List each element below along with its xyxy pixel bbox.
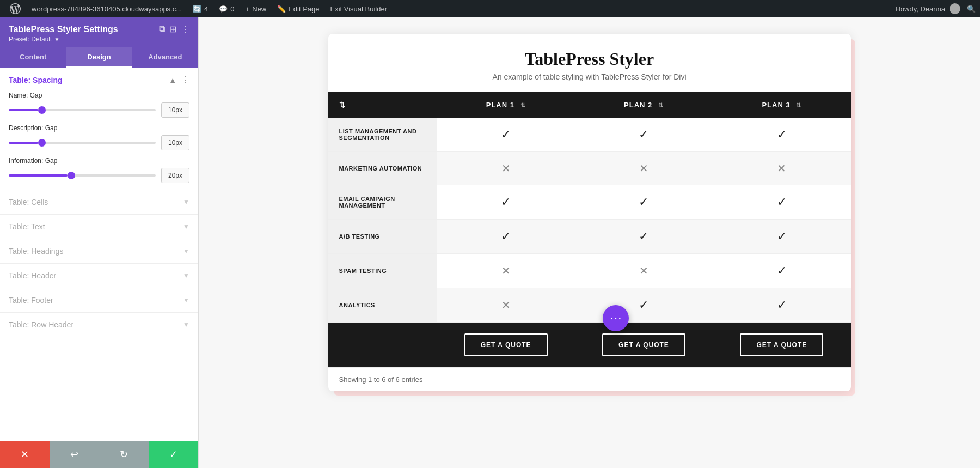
cross-icon: ✕ xyxy=(501,265,511,277)
cancel-button[interactable]: ✕ xyxy=(0,441,50,468)
section-row-header[interactable]: Table: Row Header ▼ xyxy=(0,313,198,337)
section-spacing: Table: Spacing ▲ ⋮ Name: Gap xyxy=(0,68,198,190)
cell-4-plan1: ✕ xyxy=(437,254,575,288)
section-footer-chevron: ▼ xyxy=(183,296,189,304)
tab-advanced[interactable]: Advanced xyxy=(132,47,198,68)
section-text[interactable]: Table: Text ▼ xyxy=(0,215,198,239)
name-gap-value: 10px xyxy=(161,102,189,118)
preview-area: TablePress Styler An example of table st… xyxy=(199,17,980,468)
footer-empty xyxy=(328,323,437,368)
sidebar-menu-icon[interactable]: ⋮ xyxy=(181,24,189,34)
fab-button[interactable]: ⋯ xyxy=(603,305,629,331)
table-footer-row: GET A QUOTE GET A QUOTE GET A QUOTE xyxy=(328,323,851,368)
feature-cell-4: SPAM TESTING xyxy=(328,254,437,288)
information-gap-track xyxy=(9,174,156,177)
check-icon: ✓ xyxy=(777,195,787,209)
section-headings-title: Table: Headings xyxy=(9,247,63,256)
plus-icon: + xyxy=(246,5,250,13)
table-row: SPAM TESTING✕✕✓ xyxy=(328,254,851,288)
site-url-label: wordpress-784896-3610405.cloudwaysapps.c… xyxy=(32,5,182,13)
sidebar-content: Table: Spacing ▲ ⋮ Name: Gap xyxy=(0,68,198,441)
col-feature: ⇅ xyxy=(328,92,437,118)
sort-icon-plan3[interactable]: ⇅ xyxy=(796,102,801,108)
description-gap-row: Description: Gap 10px xyxy=(9,124,189,150)
admin-bar-updates[interactable]: 🔄 4 xyxy=(187,0,213,17)
col-plan2: PLAN 2 ⇅ xyxy=(575,92,713,118)
sidebar-grid-icon[interactable]: ⊞ xyxy=(169,24,176,34)
table-subtitle: An example of table styling with TablePr… xyxy=(350,72,829,81)
cell-0-plan2: ✓ xyxy=(575,118,713,152)
updates-icon: 🔄 xyxy=(193,5,201,13)
section-row-header-title: Table: Row Header xyxy=(9,320,74,329)
cell-2-plan1: ✓ xyxy=(437,185,575,220)
sort-icon-plan1[interactable]: ⇅ xyxy=(520,102,526,108)
section-up-icon[interactable]: ▲ xyxy=(169,76,176,84)
information-gap-fill xyxy=(9,174,68,177)
col-plan3: PLAN 3 ⇅ xyxy=(713,92,850,118)
cross-icon: ✕ xyxy=(639,265,648,277)
admin-bar-edit-page[interactable]: ✏️ Edit Page xyxy=(272,0,324,17)
sort-icon-feature[interactable]: ⇅ xyxy=(339,101,346,109)
check-icon: ✓ xyxy=(639,195,648,209)
check-icon: ✓ xyxy=(777,298,787,312)
cell-5-plan2: ✓ xyxy=(575,288,713,323)
admin-bar-new[interactable]: + New xyxy=(240,0,272,17)
cross-icon: ✕ xyxy=(639,162,648,174)
cell-3-plan1: ✓ xyxy=(437,220,575,254)
section-headings[interactable]: Table: Headings ▼ xyxy=(0,239,198,264)
preset-label: Preset: Default xyxy=(9,35,52,43)
get-quote-plan3-button[interactable]: GET A QUOTE xyxy=(740,333,823,356)
howdy-text: Howdy, Deanna xyxy=(895,5,945,13)
check-icon: ✓ xyxy=(777,127,787,141)
check-icon: ✓ xyxy=(777,264,787,277)
cross-icon: ✕ xyxy=(501,299,511,311)
description-gap-thumb xyxy=(38,139,46,147)
section-text-chevron: ▼ xyxy=(183,223,189,230)
information-gap-slider-row: 20px xyxy=(9,168,189,183)
undo-button[interactable]: ↩ xyxy=(50,441,99,468)
footer-plan3: GET A QUOTE xyxy=(713,323,850,368)
cell-1-plan3: ✕ xyxy=(713,152,850,185)
admin-bar-comments[interactable]: 💬 0 xyxy=(213,0,240,17)
check-icon: ✓ xyxy=(777,229,787,243)
table-row: EMAIL CAMPAIGN MANAGEMENT✓✓✓ xyxy=(328,185,851,220)
wp-logo[interactable] xyxy=(4,0,26,17)
get-quote-plan2-button[interactable]: GET A QUOTE xyxy=(602,333,685,356)
updates-count: 4 xyxy=(204,5,208,13)
sidebar-preset[interactable]: Preset: Default ▼ xyxy=(9,35,189,43)
admin-bar-exit-builder[interactable]: Exit Visual Builder xyxy=(325,0,393,17)
section-dots-icon[interactable]: ⋮ xyxy=(181,75,189,85)
name-gap-row: Name: Gap 10px xyxy=(9,92,189,118)
footer-plan1: GET A QUOTE xyxy=(437,323,575,368)
section-footer-title: Table: Footer xyxy=(9,296,53,305)
col-plan1: PLAN 1 ⇅ xyxy=(437,92,575,118)
check-icon: ✓ xyxy=(639,229,648,243)
tab-content[interactable]: Content xyxy=(0,47,66,68)
admin-bar-site[interactable]: wordpress-784896-3610405.cloudwaysapps.c… xyxy=(26,0,187,17)
save-button[interactable]: ✓ xyxy=(149,441,198,468)
check-icon: ✓ xyxy=(639,127,648,141)
description-gap-label: Description: Gap xyxy=(9,124,189,132)
sort-icon-plan2[interactable]: ⇅ xyxy=(658,102,664,108)
sidebar-copy-icon[interactable]: ⧉ xyxy=(159,24,165,34)
redo-button[interactable]: ↻ xyxy=(99,441,149,468)
section-spacing-header[interactable]: Table: Spacing ▲ ⋮ xyxy=(9,75,189,85)
cell-2-plan3: ✓ xyxy=(713,185,850,220)
section-footer[interactable]: Table: Footer ▼ xyxy=(0,288,198,313)
section-header[interactable]: Table: Header ▼ xyxy=(0,264,198,288)
admin-bar: wordpress-784896-3610405.cloudwaysapps.c… xyxy=(0,0,980,17)
comments-icon: 💬 xyxy=(219,5,228,13)
sidebar-tabs: Content Design Advanced xyxy=(0,47,198,68)
section-cells-chevron: ▼ xyxy=(183,198,189,206)
table-main-title: TablePress Styler xyxy=(350,49,829,69)
sidebar: TablePress Styler Settings ⧉ ⊞ ⋮ Preset:… xyxy=(0,17,199,468)
name-gap-label: Name: Gap xyxy=(9,92,189,99)
exit-builder-label: Exit Visual Builder xyxy=(330,5,388,13)
section-cells[interactable]: Table: Cells ▼ xyxy=(0,190,198,215)
section-header-title: Table: Header xyxy=(9,271,56,280)
search-icon[interactable]: 🔍 xyxy=(967,5,976,13)
footer-plan2: GET A QUOTE xyxy=(575,323,713,368)
cell-5-plan3: ✓ xyxy=(713,288,850,323)
tab-design[interactable]: Design xyxy=(66,47,132,68)
get-quote-plan1-button[interactable]: GET A QUOTE xyxy=(464,333,548,356)
